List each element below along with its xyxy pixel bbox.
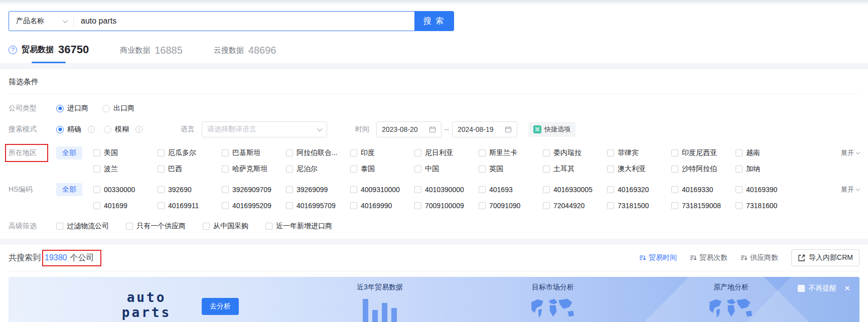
- radio-exact[interactable]: 精确: [56, 125, 81, 134]
- region-checkbox-item[interactable]: 哈萨克斯坦: [222, 165, 286, 174]
- region-checkbox-item[interactable]: 英国: [479, 165, 543, 174]
- checkbox[interactable]: [126, 223, 133, 230]
- hs-checkbox-item[interactable]: 4016930005: [543, 186, 607, 194]
- region-checkbox-item[interactable]: 菲律宾: [607, 148, 671, 157]
- checkbox[interactable]: [479, 149, 486, 156]
- checkbox[interactable]: [671, 149, 678, 156]
- hs-checkbox-item[interactable]: 40169320: [607, 186, 671, 194]
- radio-exporter[interactable]: 出口商: [102, 104, 134, 113]
- checkbox[interactable]: [56, 223, 63, 230]
- checkbox[interactable]: [286, 149, 293, 156]
- checkbox[interactable]: [222, 202, 229, 209]
- radio-fuzzy[interactable]: 模糊: [104, 125, 129, 134]
- checkbox[interactable]: [736, 149, 743, 156]
- region-checkbox-item[interactable]: 巴基斯坦: [222, 148, 286, 157]
- checkbox[interactable]: [93, 202, 100, 209]
- checkbox[interactable]: [286, 202, 293, 209]
- import-crm-button[interactable]: 导入内部CRM: [791, 249, 859, 266]
- search-category-select[interactable]: 产品名称: [9, 12, 73, 31]
- checkbox[interactable]: [158, 202, 165, 209]
- close-icon[interactable]: [844, 284, 850, 293]
- hs-checkbox-item[interactable]: 392690: [158, 186, 222, 194]
- checkbox[interactable]: [414, 186, 421, 193]
- checkbox[interactable]: [736, 166, 743, 173]
- checkbox[interactable]: [414, 166, 421, 173]
- checkbox[interactable]: [736, 202, 743, 209]
- region-checkbox-item[interactable]: 委内瑞拉: [543, 148, 607, 157]
- checkbox[interactable]: [414, 149, 421, 156]
- hs-checkbox-item[interactable]: 4016995709: [286, 202, 350, 210]
- hs-checkbox-item[interactable]: 7318159008: [671, 202, 736, 210]
- checkbox[interactable]: [158, 149, 165, 156]
- hs-checkbox-item[interactable]: 4010390000: [414, 186, 479, 194]
- advanced-checkbox-item[interactable]: 近一年新增进口商: [265, 222, 332, 231]
- checkbox[interactable]: [350, 186, 357, 193]
- hs-checkbox-item[interactable]: 401699: [93, 202, 158, 210]
- quick-options-button[interactable]: 快捷选项: [528, 122, 575, 137]
- checkbox[interactable]: [265, 223, 272, 230]
- checkbox[interactable]: [286, 186, 293, 193]
- region-checkbox-item[interactable]: 尼泊尔: [286, 165, 350, 174]
- checkbox[interactable]: [158, 166, 165, 173]
- advanced-checkbox-item[interactable]: 过滤物流公司: [56, 222, 109, 231]
- checkbox[interactable]: [350, 149, 357, 156]
- checkbox[interactable]: [543, 149, 550, 156]
- checkbox[interactable]: [671, 186, 678, 193]
- region-checkbox-item[interactable]: 澳大利亚: [607, 165, 671, 174]
- checkbox[interactable]: [479, 202, 486, 209]
- checkbox[interactable]: [479, 186, 486, 193]
- checkbox[interactable]: [93, 166, 100, 173]
- hs-checkbox-item[interactable]: 4016995209: [222, 202, 286, 210]
- hs-checkbox-item[interactable]: 73181600: [736, 202, 800, 210]
- checkbox[interactable]: [93, 186, 100, 193]
- hs-checkbox-item[interactable]: 40169990: [350, 202, 414, 210]
- hs-checkbox-item[interactable]: 401693: [479, 186, 543, 194]
- region-checkbox-item[interactable]: 美国: [93, 148, 158, 157]
- tab-cloud-data[interactable]: 云搜数据 48696: [214, 45, 276, 63]
- region-checkbox-item[interactable]: 斯里兰卡: [479, 148, 543, 157]
- advanced-checkbox-item[interactable]: 从中国采购: [203, 222, 248, 231]
- checkbox[interactable]: [607, 166, 614, 173]
- hs-checkbox-item[interactable]: 40169911: [158, 202, 222, 210]
- checkbox[interactable]: [479, 166, 486, 173]
- advanced-checkbox-item[interactable]: 只有一个供应商: [126, 222, 186, 231]
- tab-business-data[interactable]: 商业数据 16885: [120, 45, 183, 63]
- region-expand-button[interactable]: 展开: [841, 148, 859, 157]
- region-checkbox-item[interactable]: 印度尼西亚: [671, 148, 736, 157]
- checkbox[interactable]: [671, 202, 678, 209]
- language-select[interactable]: 请选择翻译语言: [202, 121, 327, 137]
- checkbox[interactable]: [607, 149, 614, 156]
- region-checkbox-item[interactable]: 加纳: [736, 165, 800, 174]
- region-checkbox-item[interactable]: 印度: [350, 148, 414, 157]
- checkbox[interactable]: [543, 202, 550, 209]
- hs-checkbox-item[interactable]: 7009100009: [414, 202, 479, 210]
- region-checkbox-item[interactable]: 中国: [414, 165, 479, 174]
- sort-supplier-count[interactable]: 供应商数: [741, 253, 778, 262]
- info-icon[interactable]: [88, 126, 95, 133]
- hs-expand-button[interactable]: 展开: [841, 185, 859, 194]
- region-checkbox-item[interactable]: 波兰: [93, 165, 158, 174]
- hs-checkbox-item[interactable]: 4009310000: [350, 186, 414, 194]
- checkbox[interactable]: [671, 166, 678, 173]
- hs-checkbox-item[interactable]: 72044920: [543, 202, 607, 210]
- checkbox[interactable]: [222, 186, 229, 193]
- dismiss-checkbox[interactable]: [798, 285, 805, 292]
- checkbox[interactable]: [607, 202, 614, 209]
- start-date-picker[interactable]: 2023-08-20: [376, 121, 442, 137]
- region-checkbox-item[interactable]: 泰国: [350, 165, 414, 174]
- checkbox[interactable]: [93, 149, 100, 156]
- region-all-button[interactable]: 全部: [56, 146, 82, 159]
- tab-trade-data[interactable]: 贸易数据 36750: [9, 43, 89, 63]
- region-checkbox-item[interactable]: 越南: [736, 148, 800, 157]
- checkbox[interactable]: [222, 149, 229, 156]
- hs-checkbox-item[interactable]: 39269099: [286, 186, 350, 194]
- region-checkbox-item[interactable]: 尼日利亚: [414, 148, 479, 157]
- region-checkbox-item[interactable]: 阿拉伯联合...: [286, 148, 350, 157]
- checkbox[interactable]: [203, 223, 210, 230]
- region-checkbox-item[interactable]: 土耳其: [543, 165, 607, 174]
- sort-trade-time[interactable]: 贸易时间: [639, 253, 677, 262]
- region-checkbox-item[interactable]: 厄瓜多尔: [158, 148, 222, 157]
- info-icon[interactable]: [135, 126, 142, 133]
- search-input[interactable]: [74, 12, 414, 31]
- question-circle-icon[interactable]: [9, 46, 17, 54]
